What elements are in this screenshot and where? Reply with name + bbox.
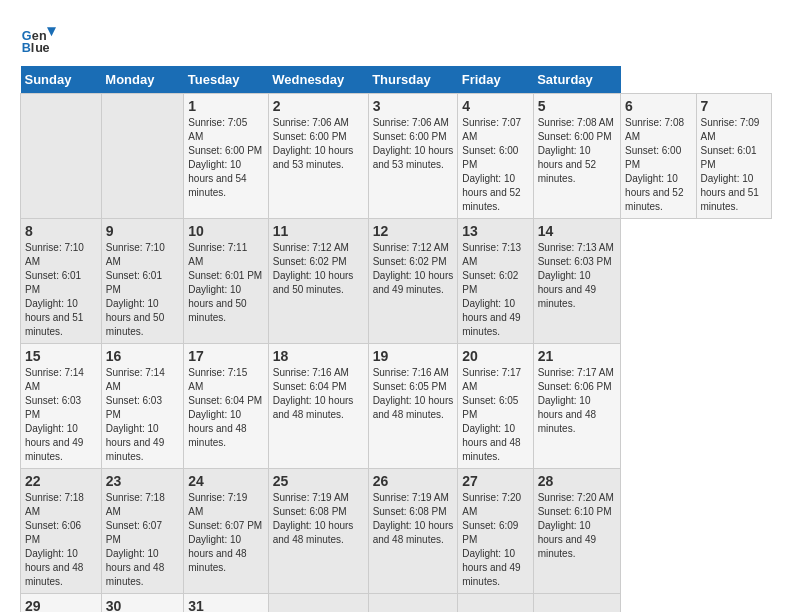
day-info: Sunrise: 7:12 AM Sunset: 6:02 PM Dayligh… [273, 241, 364, 297]
day-number: 9 [106, 223, 179, 239]
day-info: Sunrise: 7:14 AM Sunset: 6:03 PM Dayligh… [25, 366, 97, 464]
day-number: 27 [462, 473, 528, 489]
day-number: 16 [106, 348, 179, 364]
day-number: 30 [106, 598, 179, 612]
calendar-cell: 20 Sunrise: 7:17 AM Sunset: 6:05 PM Dayl… [458, 344, 533, 469]
day-number: 3 [373, 98, 454, 114]
calendar-cell [533, 594, 620, 613]
day-info: Sunrise: 7:18 AM Sunset: 6:07 PM Dayligh… [106, 491, 179, 589]
day-header-thursday: Thursday [368, 66, 458, 94]
day-info: Sunrise: 7:19 AM Sunset: 6:08 PM Dayligh… [373, 491, 454, 547]
calendar-cell: 14 Sunrise: 7:13 AM Sunset: 6:03 PM Dayl… [533, 219, 620, 344]
calendar-cell: 10 Sunrise: 7:11 AM Sunset: 6:01 PM Dayl… [184, 219, 268, 344]
day-info: Sunrise: 7:08 AM Sunset: 6:00 PM Dayligh… [538, 116, 616, 186]
logo: G e n B l u e [20, 20, 60, 56]
day-number: 13 [462, 223, 528, 239]
day-number: 17 [188, 348, 263, 364]
calendar-cell: 17 Sunrise: 7:15 AM Sunset: 6:04 PM Dayl… [184, 344, 268, 469]
calendar-cell: 26 Sunrise: 7:19 AM Sunset: 6:08 PM Dayl… [368, 469, 458, 594]
calendar-cell: 7 Sunrise: 7:09 AM Sunset: 6:01 PM Dayli… [696, 94, 772, 219]
day-header-wednesday: Wednesday [268, 66, 368, 94]
calendar-cell: 15 Sunrise: 7:14 AM Sunset: 6:03 PM Dayl… [21, 344, 102, 469]
day-info: Sunrise: 7:13 AM Sunset: 6:03 PM Dayligh… [538, 241, 616, 311]
day-info: Sunrise: 7:05 AM Sunset: 6:00 PM Dayligh… [188, 116, 263, 200]
day-number: 8 [25, 223, 97, 239]
calendar-cell [101, 94, 183, 219]
day-info: Sunrise: 7:06 AM Sunset: 6:00 PM Dayligh… [273, 116, 364, 172]
calendar-cell [368, 594, 458, 613]
calendar-cell: 4 Sunrise: 7:07 AM Sunset: 6:00 PM Dayli… [458, 94, 533, 219]
calendar-cell [268, 594, 368, 613]
day-number: 28 [538, 473, 616, 489]
calendar-cell: 24 Sunrise: 7:19 AM Sunset: 6:07 PM Dayl… [184, 469, 268, 594]
day-number: 15 [25, 348, 97, 364]
day-number: 1 [188, 98, 263, 114]
day-header-saturday: Saturday [533, 66, 620, 94]
calendar-week-3: 15 Sunrise: 7:14 AM Sunset: 6:03 PM Dayl… [21, 344, 772, 469]
day-number: 14 [538, 223, 616, 239]
day-info: Sunrise: 7:13 AM Sunset: 6:02 PM Dayligh… [462, 241, 528, 339]
calendar-cell: 11 Sunrise: 7:12 AM Sunset: 6:02 PM Dayl… [268, 219, 368, 344]
calendar-cell: 22 Sunrise: 7:18 AM Sunset: 6:06 PM Dayl… [21, 469, 102, 594]
calendar-cell: 25 Sunrise: 7:19 AM Sunset: 6:08 PM Dayl… [268, 469, 368, 594]
day-number: 26 [373, 473, 454, 489]
day-header-friday: Friday [458, 66, 533, 94]
calendar-cell: 9 Sunrise: 7:10 AM Sunset: 6:01 PM Dayli… [101, 219, 183, 344]
calendar-header: SundayMondayTuesdayWednesdayThursdayFrid… [21, 66, 772, 94]
calendar-cell: 19 Sunrise: 7:16 AM Sunset: 6:05 PM Dayl… [368, 344, 458, 469]
day-number: 29 [25, 598, 97, 612]
day-number: 23 [106, 473, 179, 489]
day-number: 24 [188, 473, 263, 489]
calendar-cell: 29 Sunrise: 7:21 AM Sunset: 6:10 PM Dayl… [21, 594, 102, 613]
day-info: Sunrise: 7:11 AM Sunset: 6:01 PM Dayligh… [188, 241, 263, 325]
calendar-week-4: 22 Sunrise: 7:18 AM Sunset: 6:06 PM Dayl… [21, 469, 772, 594]
calendar-cell: 12 Sunrise: 7:12 AM Sunset: 6:02 PM Dayl… [368, 219, 458, 344]
day-number: 20 [462, 348, 528, 364]
calendar-week-2: 8 Sunrise: 7:10 AM Sunset: 6:01 PM Dayli… [21, 219, 772, 344]
svg-text:e: e [43, 41, 50, 55]
day-info: Sunrise: 7:14 AM Sunset: 6:03 PM Dayligh… [106, 366, 179, 464]
day-number: 22 [25, 473, 97, 489]
day-info: Sunrise: 7:10 AM Sunset: 6:01 PM Dayligh… [106, 241, 179, 339]
logo-icon: G e n B l u e [20, 20, 56, 56]
calendar-cell: 3 Sunrise: 7:06 AM Sunset: 6:00 PM Dayli… [368, 94, 458, 219]
day-info: Sunrise: 7:16 AM Sunset: 6:05 PM Dayligh… [373, 366, 454, 422]
day-number: 25 [273, 473, 364, 489]
svg-text:l: l [31, 41, 35, 55]
calendar-cell: 27 Sunrise: 7:20 AM Sunset: 6:09 PM Dayl… [458, 469, 533, 594]
day-info: Sunrise: 7:16 AM Sunset: 6:04 PM Dayligh… [273, 366, 364, 422]
day-info: Sunrise: 7:19 AM Sunset: 6:07 PM Dayligh… [188, 491, 263, 575]
day-info: Sunrise: 7:18 AM Sunset: 6:06 PM Dayligh… [25, 491, 97, 589]
day-number: 2 [273, 98, 364, 114]
day-info: Sunrise: 7:10 AM Sunset: 6:01 PM Dayligh… [25, 241, 97, 339]
day-info: Sunrise: 7:17 AM Sunset: 6:05 PM Dayligh… [462, 366, 528, 464]
calendar-body: 1 Sunrise: 7:05 AM Sunset: 6:00 PM Dayli… [21, 94, 772, 613]
calendar-cell: 1 Sunrise: 7:05 AM Sunset: 6:00 PM Dayli… [184, 94, 268, 219]
calendar-table: SundayMondayTuesdayWednesdayThursdayFrid… [20, 66, 772, 612]
calendar-week-1: 1 Sunrise: 7:05 AM Sunset: 6:00 PM Dayli… [21, 94, 772, 219]
day-header-monday: Monday [101, 66, 183, 94]
day-number: 11 [273, 223, 364, 239]
day-info: Sunrise: 7:20 AM Sunset: 6:09 PM Dayligh… [462, 491, 528, 589]
day-info: Sunrise: 7:12 AM Sunset: 6:02 PM Dayligh… [373, 241, 454, 297]
day-number: 5 [538, 98, 616, 114]
day-number: 10 [188, 223, 263, 239]
svg-marker-3 [47, 27, 56, 36]
day-number: 7 [701, 98, 768, 114]
calendar-cell [458, 594, 533, 613]
calendar-cell: 21 Sunrise: 7:17 AM Sunset: 6:06 PM Dayl… [533, 344, 620, 469]
calendar-cell [21, 94, 102, 219]
day-info: Sunrise: 7:15 AM Sunset: 6:04 PM Dayligh… [188, 366, 263, 450]
page-header: G e n B l u e [20, 20, 772, 56]
day-info: Sunrise: 7:17 AM Sunset: 6:06 PM Dayligh… [538, 366, 616, 436]
day-info: Sunrise: 7:06 AM Sunset: 6:00 PM Dayligh… [373, 116, 454, 172]
calendar-cell: 6 Sunrise: 7:08 AM Sunset: 6:00 PM Dayli… [621, 94, 696, 219]
day-info: Sunrise: 7:07 AM Sunset: 6:00 PM Dayligh… [462, 116, 528, 214]
day-number: 18 [273, 348, 364, 364]
day-header-tuesday: Tuesday [184, 66, 268, 94]
day-number: 31 [188, 598, 263, 612]
calendar-cell: 31 Sunrise: 7:21 AM Sunset: 6:11 PM Dayl… [184, 594, 268, 613]
calendar-cell: 18 Sunrise: 7:16 AM Sunset: 6:04 PM Dayl… [268, 344, 368, 469]
day-info: Sunrise: 7:20 AM Sunset: 6:10 PM Dayligh… [538, 491, 616, 561]
day-info: Sunrise: 7:19 AM Sunset: 6:08 PM Dayligh… [273, 491, 364, 547]
